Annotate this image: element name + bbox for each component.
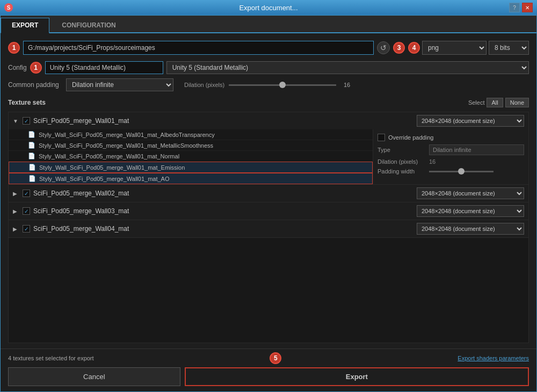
dilation-slider[interactable] xyxy=(229,84,336,86)
tab-configuration[interactable]: CONFIGURATION xyxy=(50,18,127,32)
export-params-link[interactable]: Export shaders parameters xyxy=(458,355,529,361)
list-item: 📄 Styly_Wall_SciFi_Pod05_merge_Wall01_ma… xyxy=(9,129,373,140)
texture-set-header-3[interactable]: ▶ ✓ SciFi_Pod05_merge_Wall04_mat 2048×20… xyxy=(9,220,528,237)
title-bar-buttons: ? ✕ xyxy=(509,3,533,12)
texture-set-1: ▶ ✓ SciFi_Pod05_merge_Wall02_mat 2048×20… xyxy=(9,185,528,202)
checkbox-2[interactable]: ✓ xyxy=(23,207,30,215)
texture-set-name-2: SciFi_Pod05_merge_Wall03_mat xyxy=(33,207,413,215)
texture-set-3: ▶ ✓ SciFi_Pod05_merge_Wall04_mat 2048×20… xyxy=(9,220,528,238)
texture-sets-title: Texture sets xyxy=(8,99,46,106)
cancel-button[interactable]: Cancel xyxy=(8,367,180,386)
list-item: 📄 Styly_Wall_SciFi_Pod05_merge_Wall01_ma… xyxy=(9,151,373,162)
content-area: 1 ↺ 3 4 png jpeg tga exr tiff 8 bits 16 … xyxy=(1,33,536,349)
bits-select[interactable]: 8 bits 16 bits 32 bits xyxy=(489,41,529,55)
override-padding-slider[interactable] xyxy=(429,171,494,172)
annotation-1: 1 xyxy=(8,42,20,54)
annotation-5: 5 xyxy=(270,352,281,364)
dialog: EXPORT CONFIGURATION 1 ↺ 3 4 png jpeg tg… xyxy=(0,15,537,392)
format-select[interactable]: png jpeg tga exr tiff xyxy=(422,41,487,55)
select-label: Select xyxy=(468,99,485,106)
texture-set-name-3: SciFi_Pod05_merge_Wall04_mat xyxy=(33,225,413,233)
path-format-row: 1 ↺ 3 4 png jpeg tga exr tiff 8 bits 16 … xyxy=(8,39,529,57)
file-icon: 📄 xyxy=(28,142,35,149)
texture-set-0: ▼ ✓ SciFi_Pod05_merge_Wall01_mat 2048×20… xyxy=(9,112,528,185)
list-item: 📄 Styly_Wall_SciFi_Pod05_merge_Wall01_ma… xyxy=(9,173,373,184)
refresh-button[interactable]: ↺ xyxy=(377,41,390,54)
app-logo: S xyxy=(4,3,13,12)
texture-set-name-0: SciFi_Pod05_merge_Wall01_mat xyxy=(33,117,413,125)
texture-set-header-1[interactable]: ▶ ✓ SciFi_Pod05_merge_Wall02_mat 2048×20… xyxy=(9,185,528,202)
checkbox-1[interactable]: ✓ xyxy=(23,190,30,197)
config-input[interactable] xyxy=(45,61,163,74)
button-row: Cancel Export xyxy=(1,367,536,391)
tab-export[interactable]: EXPORT xyxy=(1,18,49,33)
select-none-button[interactable]: None xyxy=(505,98,529,107)
status-text: 4 textures set selected for export xyxy=(8,355,94,361)
path-section xyxy=(23,41,374,55)
padding-row: Common padding Dilation infinite Dilatio… xyxy=(8,78,529,91)
override-dilation-row: Dilation (pixels) 16 xyxy=(378,158,524,165)
padding-label: Common padding xyxy=(8,81,62,89)
dilation-label: Dilation (pixels) xyxy=(184,82,224,88)
texture-set-header-2[interactable]: ▶ ✓ SciFi_Pod05_merge_Wall03_mat 2048×20… xyxy=(9,202,528,220)
format-section: 4 png jpeg tga exr tiff 8 bits 16 bits 3… xyxy=(408,41,529,55)
texture-set-2: ▶ ✓ SciFi_Pod05_merge_Wall03_mat 2048×20… xyxy=(9,202,528,220)
annotation-3: 3 xyxy=(393,42,405,54)
texture-set-header-0[interactable]: ▼ ✓ SciFi_Pod05_merge_Wall01_mat 2048×20… xyxy=(9,112,528,129)
override-dilation-label: Dilation (pixels) xyxy=(378,158,426,165)
override-type-label: Type xyxy=(378,147,426,153)
path-input[interactable] xyxy=(23,41,374,55)
bottom-bar: 4 textures set selected for export 5 Exp… xyxy=(1,349,536,367)
items-with-panel-0: 📄 Styly_Wall_SciFi_Pod05_merge_Wall01_ma… xyxy=(9,129,528,184)
list-item: 📄 Styly_Wall_SciFi_Pod05_merge_Wall01_ma… xyxy=(9,140,373,151)
texture-set-name-1: SciFi_Pod05_merge_Wall02_mat xyxy=(33,190,413,197)
checkbox-3[interactable]: ✓ xyxy=(23,225,30,233)
size-select-0[interactable]: 2048×2048 (document size) 1024×1024 512×… xyxy=(417,115,524,127)
file-icon: 📄 xyxy=(28,164,36,171)
override-type-row: Type xyxy=(378,144,524,155)
override-label: Override padding xyxy=(388,134,433,141)
annotation-1b: 1 xyxy=(30,62,42,74)
texture-item-name-0-2: Styly_Wall_SciFi_Pod05_merge_Wall01_mat_… xyxy=(39,153,368,159)
chevron-right-icon-3: ▶ xyxy=(13,226,19,232)
dilation-value: 16 xyxy=(339,82,350,88)
tab-bar: EXPORT CONFIGURATION xyxy=(1,16,536,33)
override-checkbox[interactable] xyxy=(378,134,385,141)
texture-item-name-0-4: Styly_Wall_SciFi_Pod05_merge_Wall01_mat_… xyxy=(39,176,368,182)
size-select-3[interactable]: 2048×2048 (document size) 1024×1024 xyxy=(417,223,524,235)
chevron-right-icon-1: ▶ xyxy=(13,191,19,197)
list-item: 2 📄 Styly_Wall_SciFi_Pod05_merge_Wall01_… xyxy=(9,162,373,173)
texture-item-name-0-1: Styly_Wall_SciFi_Pod05_merge_Wall01_mat_… xyxy=(39,142,368,149)
help-button[interactable]: ? xyxy=(509,3,520,12)
annotation-4: 4 xyxy=(408,42,420,54)
override-padding-width-label: Padding width xyxy=(378,168,426,175)
size-select-1[interactable]: 2048×2048 (document size) 1024×1024 xyxy=(417,187,524,199)
checkbox-0[interactable]: ✓ xyxy=(23,117,30,125)
size-select-2[interactable]: 2048×2048 (document size) 1024×1024 xyxy=(417,205,524,217)
file-icon: 📄 xyxy=(28,131,35,138)
config-label: Config xyxy=(8,64,27,71)
title-bar-left: S xyxy=(4,3,13,12)
title-bar: S Export document... ? ✕ xyxy=(0,0,537,15)
override-checkbox-row: Override padding xyxy=(378,134,524,141)
texture-list: ▼ ✓ SciFi_Pod05_merge_Wall01_mat 2048×20… xyxy=(8,112,529,343)
slider-container: 16 xyxy=(229,82,529,88)
export-button[interactable]: Export xyxy=(185,367,529,386)
override-panel: Override padding Type Dilation (pixels) … xyxy=(373,129,528,184)
override-padding-width-row: Padding width xyxy=(378,168,524,175)
file-icon: 📄 xyxy=(28,153,35,159)
config-row: Config 1 Unity 5 (Standard Metallic) Uni… xyxy=(8,61,529,74)
override-dilation-value: 16 xyxy=(429,158,436,165)
select-buttons: Select All None xyxy=(468,98,529,107)
texture-sets-header: Texture sets Select All None xyxy=(8,98,529,107)
texture-item-name-0-3: Styly_Wall_SciFi_Pod05_merge_Wall01_mat_… xyxy=(39,164,368,171)
chevron-down-icon-0: ▼ xyxy=(13,118,19,124)
select-all-button[interactable]: All xyxy=(487,98,503,107)
texture-items-col-0: 📄 Styly_Wall_SciFi_Pod05_merge_Wall01_ma… xyxy=(9,129,373,184)
close-button[interactable]: ✕ xyxy=(522,3,533,12)
override-type-input[interactable] xyxy=(429,144,524,155)
file-icon: 📄 xyxy=(28,175,36,182)
config-select[interactable]: Unity 5 (Standard Metallic) Unity 5 (Sta… xyxy=(166,61,529,74)
texture-item-name-0-0: Styly_Wall_SciFi_Pod05_merge_Wall01_mat_… xyxy=(39,132,368,138)
padding-select[interactable]: Dilation infinite Dilation Transparent S… xyxy=(66,78,173,91)
